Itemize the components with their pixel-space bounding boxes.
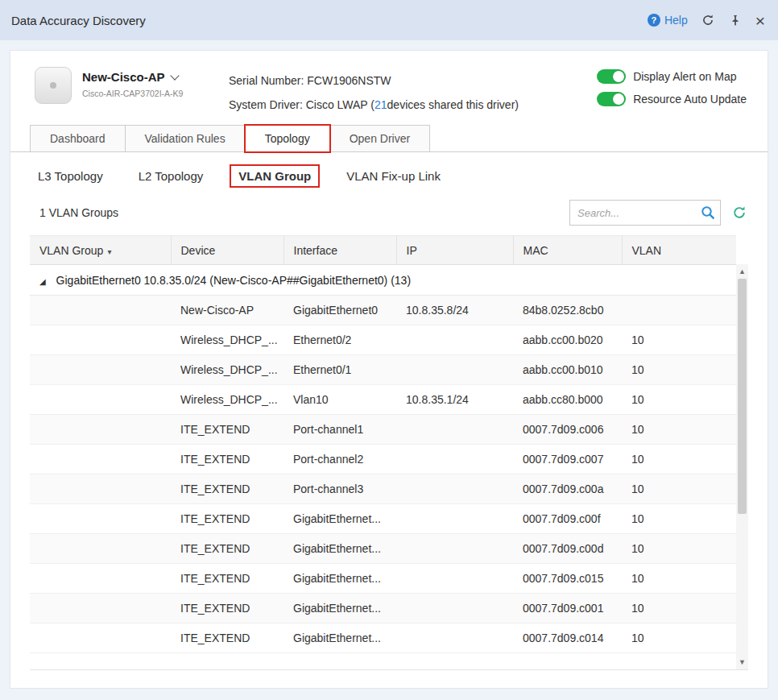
vlan-group-header-row[interactable]: ◢ GigabitEthernet0 10.8.35.0/24 (New-Cis… xyxy=(30,265,736,296)
main-tabstrip: Dashboard Validation Rules Topology Open… xyxy=(10,125,768,152)
search-icon[interactable] xyxy=(700,205,716,223)
table-row[interactable]: Wireless_DHCP_... Ethernet0/2 aabb.cc00.… xyxy=(30,325,736,355)
table-row[interactable]: ITE_EXTEND Port-channel2 0007.7d09.c007 … xyxy=(30,445,736,474)
cell-ip xyxy=(396,415,513,445)
window-title: Data Accuracy Discovery xyxy=(11,14,146,27)
column-header-interface[interactable]: Interface xyxy=(283,236,396,265)
scroll-up-icon[interactable]: ▲ xyxy=(736,265,748,278)
cell-interface: GigabitEthernet... xyxy=(283,534,396,564)
table-row[interactable]: Wireless_DHCP_... Vlan10 10.8.35.1/24 aa… xyxy=(30,385,736,415)
scrollbar-thumb[interactable] xyxy=(738,279,747,514)
display-alert-label: Display Alert on Map xyxy=(633,70,736,83)
table-row[interactable]: Wireless_DHCP_... Ethernet0/1 aabb.cc00.… xyxy=(30,355,736,385)
serial-number: Serial Number: FCW1906NSTW xyxy=(229,68,519,93)
cell-interface: GigabitEthernet... xyxy=(283,504,396,534)
search-box xyxy=(569,200,721,226)
cell-vlan: 10 xyxy=(622,594,736,623)
table-row[interactable]: ITE_EXTEND GigabitEthernet... 0007.7d09.… xyxy=(30,623,736,653)
cell-vlan xyxy=(622,296,736,325)
main-panel: New-Cisco-AP Cisco-AIR-CAP3702I-A-K9 Ser… xyxy=(10,50,768,689)
cell-ip xyxy=(396,445,513,474)
vlan-group-count: 1 VLAN Groups xyxy=(39,206,118,219)
cell-interface: Vlan10 xyxy=(283,385,396,415)
device-name-dropdown[interactable]: New-Cisco-AP xyxy=(82,70,205,84)
refresh-window-icon[interactable] xyxy=(701,13,715,27)
cell-vlan: 10 xyxy=(622,474,736,504)
titlebar: Data Accuracy Discovery ? Help × xyxy=(0,0,778,40)
display-alert-toggle[interactable] xyxy=(597,69,626,84)
scroll-down-icon[interactable]: ▼ xyxy=(736,656,748,669)
cell-device: Wireless_DHCP_... xyxy=(171,385,283,415)
cell-ip xyxy=(396,474,513,504)
table-row[interactable]: New-Cisco-AP GigabitEthernet0 10.8.35.8/… xyxy=(30,296,736,325)
table-row[interactable]: ITE_EXTEND GigabitEthernet... 0007.7d09.… xyxy=(30,564,736,594)
cell-mac: 0007.7d09.c00f xyxy=(513,504,622,534)
tab-dashboard[interactable]: Dashboard xyxy=(30,125,126,152)
driver-text-suffix: devices shared this driver) xyxy=(387,98,519,111)
tab-open-driver[interactable]: Open Driver xyxy=(329,125,430,152)
topology-subtabs: L3 Topology L2 Topology VLAN Group VLAN … xyxy=(10,152,768,195)
subtab-l2-topology[interactable]: L2 Topology xyxy=(130,165,212,187)
cell-device: Wireless_DHCP_... xyxy=(171,325,283,355)
cell-mac: aabb.cc00.b020 xyxy=(513,325,622,355)
cell-vlan-group xyxy=(30,355,171,385)
collapse-group-icon[interactable]: ◢ xyxy=(39,277,46,286)
tab-validation-rules[interactable]: Validation Rules xyxy=(125,125,246,152)
help-button[interactable]: ? Help xyxy=(648,14,688,27)
cell-interface: Ethernet0/1 xyxy=(283,355,396,385)
column-header-ip[interactable]: IP xyxy=(396,236,513,265)
subtab-vlan-fixup-link[interactable]: VLAN Fix-up Link xyxy=(338,165,449,187)
cell-vlan: 10 xyxy=(622,325,736,355)
table-row[interactable]: ITE_EXTEND GigabitEthernet... 0007.7d09.… xyxy=(30,534,736,564)
table-toolbar: 1 VLAN Groups xyxy=(10,195,768,235)
table-row[interactable]: ITE_EXTEND Port-channel3 0007.7d09.c00a … xyxy=(30,474,736,504)
cell-vlan: 10 xyxy=(622,385,736,415)
resource-auto-update-toggle[interactable] xyxy=(597,92,626,106)
table-row[interactable]: ITE_EXTEND Port-channel1 0007.7d09.c006 … xyxy=(30,415,736,445)
column-header-vlan[interactable]: VLAN xyxy=(622,236,736,265)
cell-vlan-group xyxy=(30,325,171,355)
cell-device: ITE_EXTEND xyxy=(171,564,283,594)
cell-ip: 10.8.35.1/24 xyxy=(396,385,513,415)
table-row[interactable]: ITE_EXTEND GigabitEthernet... 0007.7d09.… xyxy=(30,594,736,623)
shared-driver-count-link[interactable]: 21 xyxy=(375,98,387,111)
cell-vlan-group xyxy=(30,385,171,415)
cell-interface: Port-channel3 xyxy=(283,474,396,504)
cell-vlan: 10 xyxy=(622,564,736,594)
subtab-vlan-group[interactable]: VLAN Group xyxy=(230,165,319,187)
cell-mac: 0007.7d09.c014 xyxy=(513,623,622,653)
cell-mac: 0007.7d09.c001 xyxy=(513,594,622,623)
cell-mac: 0007.7d09.c007 xyxy=(513,445,622,474)
sort-desc-icon: ▾ xyxy=(107,247,111,256)
cell-device: ITE_EXTEND xyxy=(171,504,283,534)
column-header-mac[interactable]: MAC xyxy=(513,236,622,265)
vertical-scrollbar[interactable]: ▲ ▼ xyxy=(736,264,748,669)
close-icon[interactable]: × xyxy=(755,12,765,29)
cell-vlan: 10 xyxy=(622,504,736,534)
cell-interface: Port-channel1 xyxy=(283,415,396,445)
subtab-l3-topology[interactable]: L3 Topology xyxy=(30,165,111,187)
column-header-vlan-group[interactable]: VLAN Group▾ xyxy=(30,236,171,265)
cell-ip xyxy=(396,623,513,653)
cell-device: ITE_EXTEND xyxy=(171,623,283,653)
cell-vlan-group xyxy=(30,445,171,474)
cell-interface: Port-channel2 xyxy=(283,445,396,474)
cell-device: ITE_EXTEND xyxy=(171,445,283,474)
table-row[interactable]: ITE_EXTEND GigabitEthernet... 0007.7d09.… xyxy=(30,504,736,534)
driver-text-prefix: System Driver: Cisco LWAP ( xyxy=(229,98,375,111)
tab-topology[interactable]: Topology xyxy=(245,125,330,152)
column-header-device[interactable]: Device xyxy=(171,236,283,265)
cell-mac: 84b8.0252.8cb0 xyxy=(513,296,622,325)
refresh-table-icon[interactable] xyxy=(730,204,748,222)
device-identity: New-Cisco-AP Cisco-AIR-CAP3702I-A-K9 xyxy=(82,67,205,98)
search-input[interactable] xyxy=(570,201,720,225)
cell-mac: 0007.7d09.c006 xyxy=(513,415,622,445)
system-driver: System Driver: Cisco LWAP ( 21 devices s… xyxy=(229,93,519,117)
cell-vlan: 10 xyxy=(622,534,736,564)
pin-icon[interactable] xyxy=(728,13,743,27)
chevron-down-icon xyxy=(170,71,179,80)
cell-vlan: 10 xyxy=(622,355,736,385)
device-type-icon xyxy=(35,67,72,104)
cell-device: ITE_EXTEND xyxy=(171,474,283,504)
cell-mac: 0007.7d09.c015 xyxy=(513,564,622,594)
